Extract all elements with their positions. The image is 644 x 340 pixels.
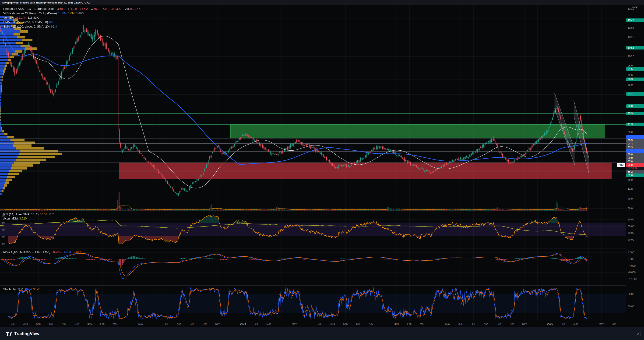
symbol-exchange: Euronext Oslo: [34, 7, 54, 11]
ad-scale-label: 5M: [2, 242, 5, 245]
time-label-month: May: [292, 322, 297, 325]
panel-divider[interactable]: [0, 285, 644, 286]
time-label-month: Feb: [407, 322, 412, 325]
price-tick-label: 100.0: [628, 55, 634, 58]
price-tick-label: 40.0: [628, 197, 632, 200]
time-label-month: May: [599, 322, 604, 325]
time-label-month: Jun: [612, 322, 616, 325]
price-level-badge: 57.6: [626, 160, 644, 163]
price-tick-label: −4.000: [628, 264, 636, 267]
time-label-month: Aug: [484, 322, 488, 325]
rsi-panel-canvas[interactable]: [0, 211, 626, 248]
time-axis[interactable]: JulAugSepOctNovDec2023FebMarMayJulAugSep…: [0, 321, 644, 327]
panel-divider[interactable]: [0, 248, 644, 248]
time-label-month: Jul: [164, 322, 168, 325]
macd-legend: MACD (12, 26, close, 9, EMA, EMA) −0.723…: [3, 250, 81, 254]
time-label-month: Jul: [318, 322, 322, 325]
time-label-year: 2024: [240, 322, 246, 325]
price-tick-label: −12.000: [628, 278, 637, 280]
time-label-month: May: [445, 322, 450, 325]
price-tick-label: 48.0: [628, 178, 632, 181]
price-level-badge: 55.2: [626, 170, 644, 174]
time-label-year: 2026: [547, 322, 553, 325]
macd-panel-canvas[interactable]: [0, 248, 626, 285]
time-label-month: Jul: [11, 322, 14, 325]
time-label-month: Nov: [62, 322, 66, 325]
price-level-badge: 115.2: [626, 19, 644, 22]
sma50-legend-row: SMA · 1D (50, close, 0, SMA, 50) 66.0: [3, 20, 140, 24]
last-price-value: 56.8: [626, 163, 644, 167]
price-tick-label: 92.0: [628, 74, 632, 77]
time-label-month: Feb: [100, 322, 104, 325]
auto-scale-button[interactable]: A: [636, 331, 641, 336]
price-level-badge: 64.4: [626, 142, 644, 146]
chart-content: Photocure ASA·1D·Euronext Oslo O60.0 H60…: [0, 5, 644, 321]
price-tick-label: 40.00: [628, 231, 634, 234]
attribution-text: savepiginvest created with TradingView.c…: [2, 1, 90, 4]
price-tick-label: 120.0: [628, 7, 634, 10]
price-tick-label: 36.0: [628, 207, 632, 210]
price-tick-label: 68.0: [628, 131, 632, 134]
price-axis[interactable]: NOK 120.0112.0108.0100.096.092.088.068.0…: [626, 5, 644, 321]
symbol-timeframe: 1D: [27, 7, 31, 11]
symbol-title: Photocure ASA: [3, 7, 24, 11]
price-level-badge: 62.1: [626, 149, 644, 153]
price-level-badge: 60.0: [626, 153, 644, 156]
price-tick-label: 44.0: [628, 188, 632, 191]
symbol-legend-row-main: Photocure ASA·1D·Euronext Oslo O60.0 H60…: [3, 7, 140, 11]
price-level-badge: 66.0: [626, 135, 644, 139]
time-label-month: Feb: [561, 322, 565, 325]
time-label-month: May: [138, 322, 143, 325]
time-label-month: Oct: [202, 322, 206, 325]
accum-dist-legend-row: Accum/Dist 3.52M: [3, 216, 54, 221]
time-label-month: Aug: [177, 322, 181, 325]
price-tick-label: 40.00: [628, 305, 634, 308]
price-chart-canvas[interactable]: [0, 5, 626, 211]
price-tick-label: 108.0: [628, 36, 634, 39]
price-tick-label: 112.0: [628, 26, 634, 29]
time-label-month: Mar: [113, 322, 118, 325]
time-label-year: 2023: [86, 322, 92, 325]
time-label-year: 2025: [394, 322, 400, 325]
price-tick-label: 80.00: [628, 218, 634, 221]
ohlc-open: 60.0: [60, 7, 65, 11]
price-level-badge: 63.3: [626, 146, 644, 149]
price-level-badge: 90.3: [626, 78, 644, 81]
symbol-legend: Photocure ASA·1D·Euronext Oslo O60.0 H60…: [3, 7, 140, 29]
bar-countdown: 03:53:34: [626, 167, 644, 170]
tradingview-brand[interactable]: TradingView: [6, 331, 40, 336]
time-label-month: Jun: [458, 322, 463, 325]
time-label-month: Oct: [356, 322, 360, 325]
price-level-badge: 75.9: [626, 112, 644, 115]
vrvp-legend-row: VRVP (Number Of Rows, 70, Up/Down) 1.86M…: [3, 11, 140, 16]
rsi-legend-row: RSI (14, close, SMA, 14, 2) 30.53 ∅ ∅: [3, 212, 54, 216]
price-level-badge: 79.0: [626, 104, 644, 108]
tradingview-chart-window: savepiginvest created with TradingView.c…: [0, 0, 644, 340]
ohlc-low: 55.2: [82, 7, 88, 11]
time-label-month: Nov: [215, 322, 220, 325]
time-label-month: Nov: [522, 322, 527, 325]
panel-divider[interactable]: [0, 211, 644, 211]
time-label-month: Aug: [330, 322, 335, 325]
ohlc-volume: 262.14K: [129, 7, 140, 11]
price-level-badge: 51.6: [626, 174, 644, 177]
price-level-badge: 84.1: [626, 92, 644, 96]
time-label-month: Sep: [343, 322, 348, 325]
time-label-month: Aug: [23, 322, 28, 325]
attribution-bar: savepiginvest created with TradingView.c…: [0, 0, 644, 5]
stoch-panel-canvas[interactable]: [0, 286, 626, 321]
time-label-month: Mar: [574, 322, 578, 325]
price-tick-label: 4.000: [628, 251, 634, 254]
footer-bar: TradingView A: [0, 327, 644, 340]
time-label-month: Oct: [510, 322, 514, 325]
price-tick-label: 80.00: [628, 293, 634, 295]
last-price-badge: PHO56.803:53:34: [626, 163, 644, 170]
rsi-legend: RSI (14, close, SMA, 14, 2) 30.53 ∅ ∅ Ac…: [3, 212, 54, 221]
time-label-month: Sep: [190, 322, 194, 325]
price-tick-label: 96.0: [628, 64, 632, 67]
price-level-badge: 65.5: [626, 139, 644, 142]
ad-scale-label: 7M: [2, 228, 5, 231]
tradingview-wordmark: TradingView: [14, 331, 40, 336]
sma200-legend-row: SMA · 1D (200, close, 0, SMA, 20) 62.3: [3, 24, 140, 29]
time-label-month: Mar: [266, 322, 271, 325]
